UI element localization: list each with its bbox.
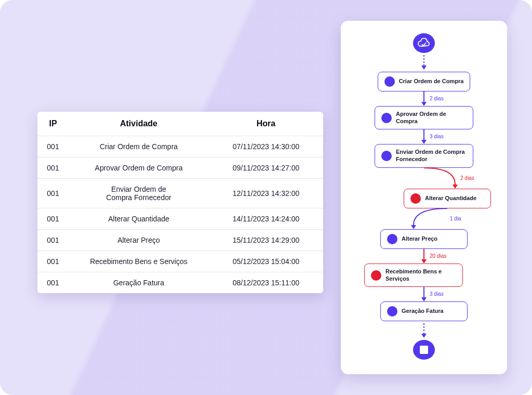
cell-activity: Alterar Quantidade: [69, 208, 209, 230]
canvas: IP Atividade Hora 001Criar Ordem de Comp…: [0, 0, 532, 395]
cloud-icon: [413, 33, 435, 53]
node-dot-icon: [387, 234, 397, 244]
svg-marker-11: [421, 297, 427, 301]
flow-node: Enviar Ordem de Compra Fornecedor: [375, 144, 473, 168]
connector-dotted: [420, 323, 428, 338]
table-header-row: IP Atividade Hora: [37, 112, 323, 136]
edge-label: 1 dia: [450, 216, 461, 221]
svg-marker-9: [421, 259, 427, 264]
node-label: Alterar Quantidade: [425, 195, 476, 202]
node-dot-icon: [381, 113, 392, 123]
activity-log-table: IP Atividade Hora 001Criar Ordem de Comp…: [37, 112, 323, 293]
col-time: Hora: [209, 112, 323, 136]
cell-ip: 001: [37, 251, 69, 272]
cell-activity: Geração Fatura: [69, 272, 209, 294]
node-dot-icon: [384, 76, 395, 87]
cell-ip: 001: [37, 208, 69, 230]
edge-label: 20 dias: [430, 253, 446, 259]
table-row: 001Criar Ordem de Compra07/11/2023 14:30…: [37, 136, 323, 157]
connector-curve-left: 1 dia: [372, 208, 476, 229]
cell-time: 12/11/2023 14:32:00: [209, 179, 323, 208]
cell-time: 07/11/2023 14:30:00: [209, 136, 323, 157]
flow-node: Alterar Quantidade: [404, 189, 491, 208]
table-row: 001Alterar Preço15/11/2023 14:29:00: [37, 230, 323, 251]
node-dot-icon: [371, 270, 381, 281]
node-label: Geração Fatura: [402, 308, 444, 315]
flow-node: Geração Fatura: [380, 301, 468, 321]
flow-node: Criar Ordem de Compra: [378, 72, 471, 91]
connector-dotted: [420, 55, 428, 70]
connector: 20 dias: [420, 249, 428, 264]
node-dot-icon: [387, 306, 397, 317]
svg-marker-1: [421, 65, 427, 70]
edge-label: 3 dias: [430, 134, 444, 139]
cell-time: 08/12/2023 15:11:00: [209, 272, 323, 294]
table-row: 001Alterar Quantidade14/11/2023 14:24:00: [37, 208, 323, 230]
node-label: Aprovar Ordem de Compra: [396, 111, 467, 125]
cell-ip: 001: [37, 230, 69, 251]
svg-marker-3: [421, 102, 427, 106]
svg-marker-7: [411, 225, 416, 229]
cell-ip: 001: [37, 179, 69, 208]
edge-label: 2 dias: [460, 175, 474, 181]
stop-icon: [413, 340, 435, 360]
cell-activity: Enviar Ordem de Compra Fornecedor: [69, 179, 209, 208]
cell-activity: Aprovar Ordem de Compra: [69, 157, 209, 179]
flow-node: Aprovar Ordem de Compra: [375, 106, 473, 130]
cell-time: 05/12/2023 15:04:00: [209, 251, 323, 272]
svg-marker-13: [421, 334, 427, 338]
cell-ip: 001: [37, 157, 69, 179]
cell-ip: 001: [37, 272, 69, 294]
node-dot-icon: [410, 193, 421, 204]
node-dot-icon: [381, 151, 392, 161]
col-activity: Atividade: [69, 112, 209, 136]
svg-marker-6: [453, 185, 458, 189]
table-row: 001Recebimento Bens e Serviços05/12/2023…: [37, 251, 323, 272]
table-row: 001Enviar Ordem de Compra Fornecedor12/1…: [37, 179, 323, 208]
process-flow-card: Criar Ordem de Compra 2 dias Aprovar Ord…: [341, 21, 507, 374]
table-row: 001Geração Fatura08/12/2023 15:11:00: [37, 272, 323, 294]
cell-time: 15/11/2023 14:29:00: [209, 230, 323, 251]
svg-marker-5: [421, 140, 427, 144]
cell-activity: Criar Ordem de Compra: [69, 136, 209, 157]
cell-activity: Recebimento Bens e Serviços: [69, 251, 209, 272]
node-label: Criar Ordem de Compra: [399, 78, 464, 85]
node-label: Alterar Preço: [402, 235, 437, 243]
cell-activity: Alterar Preço: [69, 230, 209, 251]
connector-curve-right: 2 dias: [372, 168, 476, 189]
edge-label: 2 dias: [430, 96, 444, 101]
cell-time: 09/11/2023 14:27:00: [209, 157, 323, 179]
node-label: Enviar Ordem de Compra Fornecedor: [396, 149, 467, 163]
connector: 3 dias: [420, 287, 428, 301]
node-label: Recebimento Bens e Serviços: [385, 268, 456, 283]
connector: 2 dias: [420, 91, 428, 106]
edge-label: 3 dias: [430, 291, 444, 297]
cell-ip: 001: [37, 136, 69, 157]
flow-node: Recebimento Bens e Serviços: [364, 264, 463, 287]
activity-log-card: IP Atividade Hora 001Criar Ordem de Comp…: [37, 112, 323, 293]
cell-time: 14/11/2023 14:24:00: [209, 208, 323, 230]
col-ip: IP: [37, 112, 69, 136]
table-row: 001Aprovar Ordem de Compra09/11/2023 14:…: [37, 157, 323, 179]
connector: 3 dias: [420, 129, 428, 144]
flow-node: Alterar Preço: [380, 229, 468, 249]
